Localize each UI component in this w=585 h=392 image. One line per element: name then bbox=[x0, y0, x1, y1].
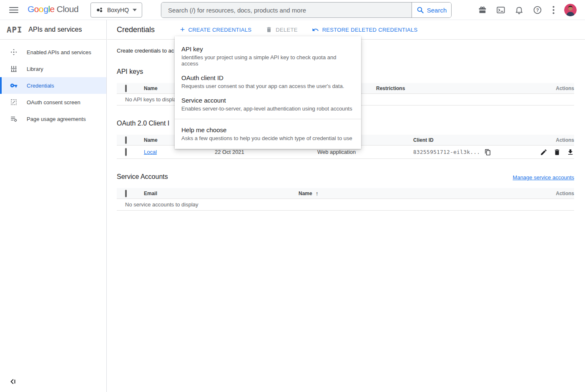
column-header-actions: Actions bbox=[528, 137, 574, 143]
sidebar-item-label: OAuth consent screen bbox=[27, 99, 80, 106]
logo-letter: g bbox=[43, 4, 48, 14]
oauth-client-id: 83255951712-eil3k... bbox=[413, 149, 480, 155]
create-credentials-menu: API key Identifies your project using a … bbox=[175, 36, 361, 149]
copy-icon[interactable] bbox=[485, 149, 491, 156]
service-accounts-head-row: Service Accounts Manage service accounts bbox=[117, 173, 574, 181]
sidebar-item-label: Library bbox=[27, 66, 43, 72]
kebab-menu-icon[interactable] bbox=[551, 5, 556, 15]
project-selector[interactable]: BoxyHQ bbox=[90, 3, 142, 18]
sort-asc-icon[interactable]: ↑ bbox=[316, 190, 319, 197]
row-actions bbox=[528, 148, 574, 156]
page-agreements-icon bbox=[10, 115, 18, 123]
delete-label: DELETE bbox=[276, 27, 297, 33]
service-accounts-empty-text: No service accounts to display bbox=[125, 201, 574, 208]
column-header-actions: Actions bbox=[541, 191, 574, 196]
sidebar-header: API APIs and services bbox=[0, 20, 106, 40]
menu-item-description: Identifies your project using a simple A… bbox=[181, 54, 354, 67]
column-header-name[interactable]: Name ↑ bbox=[299, 190, 541, 197]
project-icon bbox=[96, 6, 103, 14]
sidebar-item-library[interactable]: Library bbox=[0, 60, 106, 77]
sidebar-item-enabled-apis[interactable]: Enabled APIs and services bbox=[0, 44, 106, 60]
api-logo: API bbox=[7, 25, 22, 34]
menu-item-title: API key bbox=[181, 45, 354, 53]
create-credentials-label: CREATE CREDENTIALS bbox=[188, 27, 251, 33]
page-title: Credentials bbox=[117, 25, 155, 34]
enabled-apis-icon bbox=[10, 48, 18, 56]
column-header-restrictions[interactable]: Restrictions bbox=[376, 85, 541, 91]
sidebar-item-label: Page usage agreements bbox=[27, 116, 86, 122]
manage-service-accounts-link[interactable]: Manage service accounts bbox=[513, 174, 574, 181]
column-header-client-id[interactable]: Client ID bbox=[413, 137, 528, 143]
oauth-client-name-link[interactable]: Local bbox=[144, 149, 157, 155]
project-name: BoxyHQ bbox=[107, 7, 129, 13]
delete-icon[interactable] bbox=[553, 148, 561, 156]
library-icon bbox=[10, 65, 18, 73]
hamburger-menu-icon[interactable] bbox=[9, 5, 18, 15]
top-bar: Google Cloud BoxyHQ Search bbox=[0, 0, 585, 20]
undo-icon bbox=[312, 26, 319, 33]
chevron-down-icon bbox=[133, 9, 137, 11]
oauth-client-type: Web application bbox=[317, 149, 413, 155]
menu-item-description: Enables server-to-server, app-level auth… bbox=[181, 106, 354, 112]
logo-cloud-text: Cloud bbox=[57, 4, 78, 14]
column-header-email[interactable]: Email bbox=[144, 191, 299, 196]
menu-item-title: Service account bbox=[181, 97, 354, 104]
notifications-icon[interactable] bbox=[514, 5, 524, 15]
select-all-checkbox[interactable] bbox=[125, 190, 127, 197]
delete-button[interactable]: DELETE bbox=[266, 26, 297, 33]
sidebar-item-label: Enabled APIs and services bbox=[27, 49, 91, 55]
service-accounts-table: Email Name ↑ Actions No service accounts… bbox=[117, 188, 574, 211]
menu-item-service-account[interactable]: Service account Enables server-to-server… bbox=[175, 93, 361, 116]
gift-icon[interactable] bbox=[477, 5, 487, 15]
restore-label: RESTORE DELETED CREDENTIALS bbox=[322, 27, 418, 33]
create-credentials-button[interactable]: + CREATE CREDENTIALS bbox=[180, 26, 251, 33]
menu-item-oauth-client-id[interactable]: OAuth client ID Requests user consent so… bbox=[175, 70, 361, 93]
menu-item-title: OAuth client ID bbox=[181, 74, 354, 81]
service-accounts-header-row: Email Name ↑ Actions bbox=[117, 188, 574, 199]
topbar-icons: ? bbox=[477, 0, 585, 20]
cloud-shell-icon[interactable] bbox=[496, 5, 506, 15]
sidebar-item-page-usage[interactable]: Page usage agreements bbox=[0, 111, 106, 127]
service-accounts-title: Service Accounts bbox=[117, 173, 168, 181]
help-icon[interactable]: ? bbox=[532, 5, 542, 15]
restore-deleted-credentials-button[interactable]: RESTORE DELETED CREDENTIALS bbox=[312, 26, 418, 33]
menu-item-api-key[interactable]: API key Identifies your project using a … bbox=[175, 42, 361, 70]
oauth-client-creation-date: 22 Oct 2021 bbox=[215, 149, 317, 155]
select-all-checkbox[interactable] bbox=[125, 136, 127, 144]
logo-letter: G bbox=[28, 4, 34, 14]
edit-icon[interactable] bbox=[540, 148, 547, 156]
sidebar-title: APIs and services bbox=[28, 26, 82, 33]
column-header-actions: Actions bbox=[541, 85, 574, 91]
avatar[interactable] bbox=[564, 4, 577, 16]
sidebar: API APIs and services Enabled APIs and s… bbox=[0, 20, 107, 392]
logo-letter: o bbox=[39, 4, 43, 14]
plus-icon: + bbox=[180, 25, 185, 33]
menu-item-description: Asks a few questions to help you decide … bbox=[181, 135, 354, 141]
main-content: Credentials + CREATE CREDENTIALS DELETE … bbox=[107, 20, 585, 392]
sidebar-item-oauth-consent[interactable]: OAuth consent screen bbox=[0, 94, 106, 111]
google-cloud-logo: Google Cloud bbox=[28, 4, 78, 14]
svg-text:?: ? bbox=[536, 8, 539, 13]
oauth-consent-icon bbox=[10, 98, 18, 106]
sidebar-nav: Enabled APIs and services Library Creden… bbox=[0, 40, 106, 127]
search-bar: Search bbox=[161, 2, 452, 18]
sidebar-item-credentials[interactable]: Credentials bbox=[0, 77, 106, 94]
download-icon[interactable] bbox=[567, 148, 574, 156]
search-button-label: Search bbox=[427, 7, 447, 14]
sidebar-item-label: Credentials bbox=[27, 83, 54, 89]
trash-icon bbox=[266, 26, 272, 33]
logo-letter: e bbox=[50, 4, 55, 14]
search-icon bbox=[417, 6, 424, 14]
logo-letter: o bbox=[34, 4, 39, 14]
name-label: Name bbox=[299, 191, 312, 196]
select-all-checkbox[interactable] bbox=[125, 85, 127, 92]
menu-item-description: Requests user consent so that your app c… bbox=[181, 83, 354, 89]
key-icon bbox=[10, 82, 18, 89]
collapse-sidebar-icon[interactable] bbox=[9, 378, 18, 386]
menu-divider bbox=[175, 119, 361, 119]
search-button[interactable]: Search bbox=[412, 3, 451, 18]
service-accounts-empty-row: No service accounts to display bbox=[117, 199, 574, 211]
row-checkbox[interactable] bbox=[125, 148, 127, 156]
menu-item-help-me-choose[interactable]: Help me choose Asks a few questions to h… bbox=[175, 123, 361, 145]
search-input[interactable] bbox=[161, 3, 412, 18]
